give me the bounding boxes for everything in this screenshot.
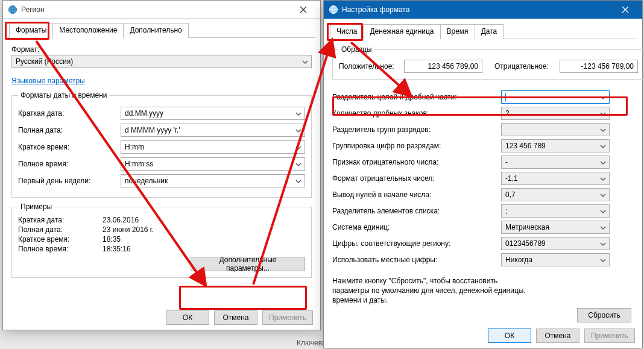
reset-note: Нажмите кнопку "Сбросить", чтобы восстан…	[332, 276, 531, 306]
r-value: -1,1	[505, 172, 518, 184]
region-titlebar[interactable]: Регион	[3, 1, 320, 19]
ok-button[interactable]: ОК	[488, 329, 531, 343]
dt-label: Полное время:	[18, 160, 121, 168]
dt-label: Краткое время:	[18, 143, 121, 151]
r-combo-1[interactable]: 2	[501, 107, 610, 120]
r-label-6: Вывод нулей в начале числа:	[332, 190, 501, 199]
chevron-down-icon	[295, 109, 302, 121]
dt-combo-4[interactable]: понедельник	[121, 174, 305, 187]
r-combo-7[interactable]: ;	[501, 204, 610, 218]
r-label-10: Использовать местные цифры:	[332, 256, 501, 264]
r-value: 0123456789	[505, 237, 546, 250]
tab-time[interactable]: Время	[440, 24, 475, 39]
chevron-down-icon	[599, 223, 607, 235]
ex-value: 23.06.2016	[103, 216, 139, 224]
tab-location[interactable]: Местоположение	[52, 23, 124, 38]
close-icon[interactable]	[291, 1, 315, 18]
datetime-formats-group: Форматы даты и времени Краткая дата:dd.M…	[11, 91, 312, 198]
region-title: Регион	[21, 5, 45, 14]
format-select[interactable]: Русский (Россия)	[11, 55, 312, 68]
r-value: Никогда	[505, 254, 532, 266]
r-label-8: Система единиц:	[332, 223, 501, 231]
positive-label: Положительное:	[339, 62, 399, 71]
ex-label: Краткая дата:	[18, 216, 103, 224]
ex-label: Краткое время:	[18, 235, 103, 244]
r-label-9: Цифры, соответствующие региону:	[332, 239, 501, 248]
apply-button: Применить	[262, 310, 313, 325]
chevron-down-icon	[599, 125, 607, 137]
chevron-down-icon	[295, 160, 302, 172]
dt-label: Краткая дата:	[18, 109, 121, 118]
additional-params-button[interactable]: Дополнительные параметры...	[191, 257, 305, 271]
r-value: 123 456 789	[505, 140, 546, 152]
r-combo-3[interactable]: 123 456 789	[501, 139, 610, 152]
datetime-legend: Форматы даты и времени	[18, 91, 109, 99]
close-icon[interactable]	[613, 1, 637, 18]
r-value: 2	[505, 107, 510, 119]
region-tabs: Форматы Местоположение Дополнительно	[8, 22, 315, 38]
chevron-down-icon	[599, 239, 607, 251]
ex-label: Полная дата:	[18, 225, 103, 234]
r-label-2: Разделитель групп разрядов:	[332, 125, 501, 134]
chevron-down-icon	[599, 190, 607, 203]
dt-value: H:mm:ss	[125, 158, 153, 170]
chevron-down-icon	[599, 142, 607, 154]
dt-label: Первый день недели:	[18, 177, 121, 185]
r-combo-9[interactable]: 0123456789	[501, 237, 610, 250]
samples-group: Образцы Положительное: 123 456 789,00 От…	[332, 45, 644, 80]
r-value: -	[505, 156, 508, 168]
dt-combo-3[interactable]: H:mm:ss	[121, 157, 305, 171]
cancel-button[interactable]: Отмена	[214, 310, 257, 325]
chevron-down-icon	[599, 158, 607, 170]
tab-formats[interactable]: Форматы	[9, 23, 53, 38]
negative-sample: -123 456 789,00	[560, 60, 638, 73]
cancel-button[interactable]: Отмена	[536, 329, 579, 343]
r-combo-0[interactable]	[501, 90, 610, 104]
chevron-down-icon	[301, 57, 309, 69]
r-combo-6[interactable]: 0,7	[501, 188, 610, 201]
r-value: ;	[505, 205, 507, 217]
r-label-0: Разделитель целой и дробной части:	[332, 93, 501, 101]
tab-currency[interactable]: Денежная единица	[363, 24, 440, 39]
positive-sample: 123 456 789,00	[404, 60, 482, 73]
language-settings-link[interactable]: Языковые параметры	[11, 77, 85, 85]
r-label-7: Разделитель элементов списка:	[332, 207, 501, 215]
format-value: Русский (Россия)	[16, 55, 73, 68]
r-label-3: Группировка цифр по разрядам:	[332, 142, 501, 150]
tab-numbers[interactable]: Числа	[330, 24, 364, 39]
r-value: 0,7	[505, 189, 516, 201]
r-combo-5[interactable]: -1,1	[501, 172, 610, 185]
examples-group: Примеры Краткая дата:23.06.2016Полная да…	[11, 203, 312, 278]
r-combo-8[interactable]: Метрическая	[501, 221, 610, 234]
reset-button[interactable]: Сбросить	[577, 308, 631, 322]
format-settings-window: Настройка формата Числа Денежная единица…	[323, 0, 643, 348]
ex-value: 18:35:16	[103, 245, 131, 253]
globe-icon	[329, 5, 338, 14]
tab-advanced[interactable]: Дополнительно	[123, 23, 188, 38]
dt-combo-2[interactable]: H:mm	[121, 140, 305, 154]
dt-combo-1[interactable]: d MMMM yyyy 'г.'	[121, 124, 305, 137]
ok-button[interactable]: ОК	[166, 310, 209, 325]
chevron-down-icon	[599, 207, 607, 219]
r-combo-10[interactable]: Никогда	[501, 253, 610, 266]
r-label-4: Признак отрицательного числа:	[332, 158, 501, 166]
r-combo-2[interactable]	[501, 123, 610, 136]
tab-date[interactable]: Дата	[475, 24, 504, 39]
format-tabs: Числа Денежная единица Время Дата	[329, 24, 637, 39]
examples-legend: Примеры	[18, 203, 54, 211]
r-label-1: Количество дробных знаков:	[332, 109, 501, 118]
dt-combo-0[interactable]: dd.MM.yyyy	[121, 107, 305, 120]
format-titlebar[interactable]: Настройка формата	[324, 1, 642, 19]
format-title: Настройка формата	[342, 5, 409, 14]
dt-label: Полная дата:	[18, 126, 121, 134]
chevron-down-icon	[295, 126, 302, 138]
dt-value: d MMMM yyyy 'г.'	[125, 124, 180, 136]
r-label-5: Формат отрицательных чисел:	[332, 174, 501, 183]
chevron-down-icon	[599, 174, 607, 186]
ex-value: 18:35	[103, 235, 121, 244]
dt-value: H:mm	[125, 141, 144, 153]
chevron-down-icon	[295, 143, 302, 155]
r-combo-4[interactable]: -	[501, 156, 610, 169]
dt-value: понедельник	[125, 175, 168, 187]
chevron-down-icon	[295, 177, 302, 189]
